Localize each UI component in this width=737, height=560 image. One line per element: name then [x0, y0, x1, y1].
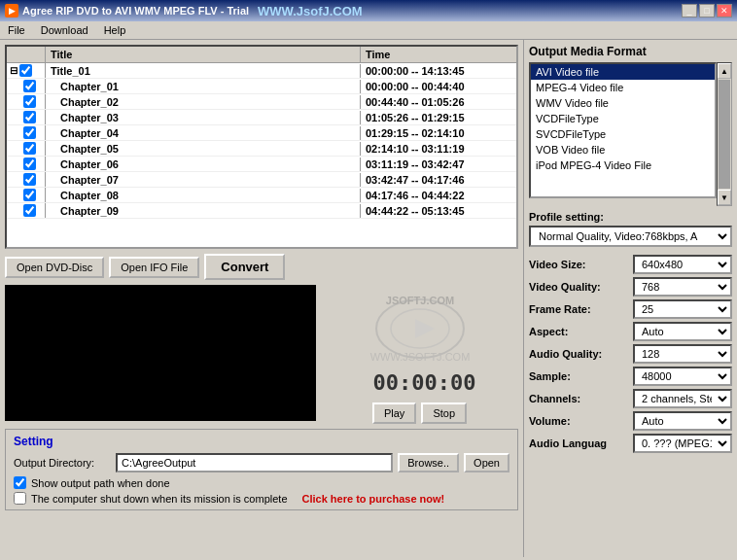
table-row: Chapter_0100:00:00 -- 00:44:40	[7, 79, 516, 94]
close-button[interactable]: ✕	[717, 4, 732, 18]
expand-icon[interactable]: ⊟	[10, 65, 18, 76]
setting-title: Setting	[14, 435, 509, 448]
format-item[interactable]: MPEG-4 Video file	[531, 80, 715, 95]
sample-select[interactable]: 48000	[633, 367, 732, 386]
row-time: 01:29:15 -- 02:14:10	[361, 126, 516, 140]
row-checkbox[interactable]	[23, 111, 36, 123]
shutdown-row: The computer shut down when its mission …	[14, 492, 509, 505]
preview-player-row: JSOFTJ.COM WWW.JSOFTJ.COM 00:00:00 Play …	[5, 285, 518, 424]
row-time: 03:42:47 -- 04:17:46	[361, 173, 516, 187]
profile-label: Profile setting:	[529, 211, 732, 223]
scroll-down-button[interactable]: ▼	[718, 190, 731, 205]
format-item[interactable]: VCDFileType	[531, 111, 715, 126]
app-icon: ▶	[5, 4, 18, 18]
output-dir-input[interactable]	[116, 453, 393, 472]
logo-svg: JSOFTJ.COM WWW.JSOFTJ.COM	[362, 285, 478, 363]
channels-select[interactable]: 2 channels, Stere	[633, 389, 732, 408]
format-item[interactable]: VOB Video file	[531, 142, 715, 158]
row-checkbox[interactable]	[23, 173, 36, 186]
title-bar: ▶ Agree RIP DVD to AVI WMV MPEG FLV - Tr…	[0, 0, 737, 21]
open-dvd-button[interactable]: Open DVD-Disc	[5, 257, 104, 278]
minimize-button[interactable]: _	[682, 4, 697, 18]
profile-select[interactable]: Normal Quality, Video:768kbps, A	[529, 226, 732, 247]
menu-help[interactable]: Help	[101, 23, 129, 37]
play-stop-buttons: Play Stop	[372, 402, 467, 424]
sample-label: Sample:	[529, 370, 628, 382]
row-time: 00:00:00 -- 00:44:40	[361, 80, 516, 93]
aspect-select[interactable]: Auto	[633, 322, 732, 341]
stop-button[interactable]: Stop	[421, 402, 467, 424]
table-row: Chapter_0904:44:22 -- 05:13:45	[7, 203, 516, 219]
show-output-label: Show output path when done	[31, 477, 170, 489]
format-item[interactable]: SVCDFileType	[531, 126, 715, 142]
video-quality-select[interactable]: 768	[633, 277, 732, 297]
output-dir-label: Output Directory:	[14, 457, 111, 469]
purchase-link[interactable]: Click here to purchase now!	[302, 493, 445, 505]
row-time: 04:44:22 -- 05:13:45	[361, 204, 516, 218]
row-title: Chapter_05	[46, 142, 361, 156]
menu-file[interactable]: File	[5, 23, 28, 37]
audio-quality-select[interactable]: 128	[633, 344, 732, 364]
shutdown-checkbox[interactable]	[14, 492, 26, 505]
row-checkbox[interactable]	[23, 95, 36, 108]
window-controls: _ □ ✕	[682, 4, 732, 18]
table-row: Chapter_0502:14:10 -- 03:11:19	[7, 141, 516, 157]
format-scrollbar[interactable]: ▲ ▼	[717, 62, 732, 206]
format-item[interactable]: AVI Video file	[531, 64, 715, 80]
row-title: Chapter_02	[46, 95, 361, 109]
menu-download[interactable]: Download	[38, 23, 91, 37]
row-time: 02:14:10 -- 03:11:19	[361, 142, 516, 156]
video-size-select[interactable]: 640x480	[633, 255, 732, 274]
show-output-checkbox[interactable]	[14, 476, 26, 489]
row-checkbox[interactable]	[23, 142, 36, 155]
row-checkbox[interactable]	[23, 80, 36, 92]
left-panel: Title Time ⊟Title_0100:00:00 -- 14:13:45…	[0, 40, 523, 557]
row-title: Chapter_08	[46, 189, 361, 202]
file-list-container[interactable]: Title Time ⊟Title_0100:00:00 -- 14:13:45…	[5, 45, 518, 249]
header-check	[7, 47, 46, 62]
audio-language-label: Audio Languag	[529, 438, 628, 449]
convert-button[interactable]: Convert	[204, 254, 285, 280]
row-checkbox[interactable]	[19, 64, 32, 77]
scroll-thumb[interactable]	[719, 80, 730, 189]
scroll-up-button[interactable]: ▲	[718, 63, 731, 79]
table-row: Chapter_0804:17:46 -- 04:44:22	[7, 188, 516, 203]
row-checkbox[interactable]	[23, 204, 36, 217]
play-button[interactable]: Play	[372, 402, 416, 424]
file-list-header: Title Time	[7, 47, 516, 63]
maximize-button[interactable]: □	[699, 4, 715, 18]
frame-rate-select[interactable]: 25	[633, 299, 732, 319]
format-item[interactable]: iPod MPEG-4 Video File	[531, 158, 715, 173]
open-ifo-button[interactable]: Open IFO File	[109, 257, 199, 278]
table-row: Chapter_0703:42:47 -- 04:17:46	[7, 172, 516, 188]
browse-button[interactable]: Browse..	[398, 453, 459, 472]
header-title: Title	[46, 47, 361, 62]
row-checkbox[interactable]	[23, 158, 36, 170]
audio-quality-label: Audio Quality:	[529, 348, 628, 360]
file-list-rows: ⊟Title_0100:00:00 -- 14:13:45Chapter_010…	[7, 63, 516, 219]
row-title: Chapter_01	[46, 80, 361, 93]
row-title: Chapter_04	[46, 126, 361, 140]
row-title: Title_01	[46, 64, 361, 78]
setting-section: Setting Output Directory: Browse.. Open …	[5, 429, 518, 510]
row-checkbox[interactable]	[23, 189, 36, 201]
row-title: Chapter_07	[46, 173, 361, 187]
preview-area	[5, 285, 316, 421]
open-dir-button[interactable]: Open	[464, 453, 509, 472]
row-title: Chapter_03	[46, 111, 361, 124]
format-list[interactable]: AVI Video fileMPEG-4 Video fileWMV Video…	[529, 62, 717, 198]
table-row: Chapter_0301:05:26 -- 01:29:15	[7, 110, 516, 125]
row-checkbox[interactable]	[23, 126, 36, 139]
audio-language-select[interactable]: 0. ??? (MPEG1 2	[633, 434, 732, 453]
format-item[interactable]: WMV Video file	[531, 95, 715, 111]
aspect-label: Aspect:	[529, 326, 628, 337]
brand-text: WWW.JsofJ.COM	[258, 4, 363, 18]
row-time: 00:00:00 -- 14:13:45	[361, 64, 516, 78]
svg-text:JSOFTJ.COM: JSOFTJ.COM	[385, 295, 453, 306]
video-quality-label: Video Quality:	[529, 281, 628, 293]
frame-rate-label: Frame Rate:	[529, 303, 628, 315]
volume-select[interactable]: Auto	[633, 411, 732, 431]
table-row: Chapter_0603:11:19 -- 03:42:47	[7, 157, 516, 172]
channels-label: Channels:	[529, 393, 628, 404]
window-title: Agree RIP DVD to AVI WMV MPEG FLV - Tria…	[22, 5, 249, 17]
